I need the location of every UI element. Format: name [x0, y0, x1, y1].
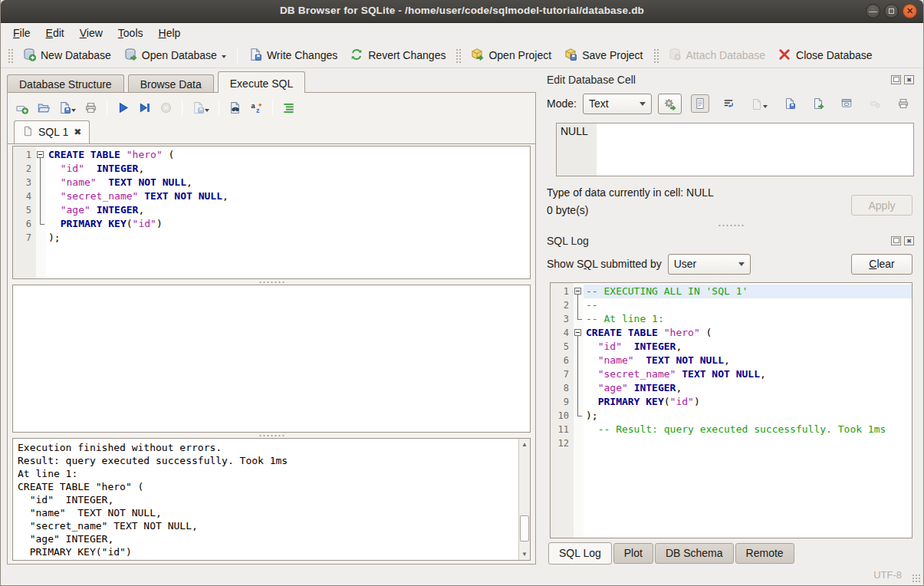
new-sql-tab-icon[interactable] — [15, 101, 28, 114]
sql-tab-bar: SQL 1 ✖ — [8, 120, 535, 144]
scrollbar-thumb[interactable] — [520, 515, 529, 542]
close-dock-icon[interactable] — [904, 75, 914, 84]
scroll-up-icon[interactable]: ▲ — [519, 440, 530, 449]
dropdown-caret-icon[interactable] — [205, 109, 209, 114]
tab-database-structure[interactable]: Database Structure — [7, 74, 124, 93]
scroll-down-icon[interactable]: ▼ — [519, 549, 530, 559]
save-project-button[interactable]: Save Project — [557, 44, 649, 67]
close-dock-icon[interactable] — [904, 236, 914, 245]
sql-tab[interactable]: SQL 1 ✖ — [14, 120, 90, 143]
message-scrollbar[interactable]: ▲ ▼ — [518, 439, 530, 560]
sql-document-icon — [22, 126, 33, 139]
title-bar[interactable]: DB Browser for SQLite - /home/user/code/… — [1, 0, 923, 23]
code-line: 2-- — [551, 298, 912, 312]
code-line: 12 — [551, 436, 912, 450]
code-text: CREATE TABLE "hero" ( — [584, 326, 912, 340]
cell-type-info: Type of data currently in cell: NULL — [547, 184, 714, 202]
bottom-tab-remote[interactable]: Remote — [735, 543, 794, 564]
dropdown-caret-icon[interactable] — [763, 105, 768, 110]
new-database-button[interactable]: New Database — [16, 44, 117, 67]
bottom-tab-plot[interactable]: Plot — [613, 543, 653, 564]
import-cell-data-icon[interactable] — [748, 94, 771, 114]
tab-browse-data[interactable]: Browse Data — [128, 74, 214, 93]
attach-database-button[interactable]: Attach Database — [662, 44, 772, 67]
open-database-button[interactable]: Open Database — [117, 44, 232, 67]
toolbar-grip[interactable] — [653, 48, 659, 63]
cell-log-splitter[interactable] — [547, 219, 914, 232]
fold-marker-icon[interactable] — [574, 285, 584, 298]
fold-marker-icon[interactable] — [574, 326, 584, 340]
revert-changes-button[interactable]: Revert Changes — [344, 44, 452, 67]
open-project-button[interactable]: Open Project — [464, 44, 557, 67]
open-in-external-icon[interactable] — [809, 94, 827, 113]
open-as-link-icon[interactable] — [837, 94, 856, 113]
status-bar: UTF-8 — [1, 565, 923, 585]
line-number: 4 — [551, 326, 574, 340]
dropdown-caret-icon[interactable] — [71, 109, 76, 114]
sql-log-pane[interactable]: 1-- EXECUTING ALL IN 'SQL 1'2--3-- At li… — [550, 282, 912, 538]
code-text: "age" INTEGER, — [584, 381, 912, 395]
set-null-icon[interactable] — [866, 94, 884, 113]
toolbar-separator — [182, 100, 182, 115]
execute-all-icon[interactable] — [117, 101, 130, 114]
gear-apply-icon — [663, 97, 676, 110]
line-number: 11 — [551, 423, 574, 436]
menu-edit[interactable]: Edit — [38, 25, 72, 41]
minimize-icon[interactable]: — — [866, 4, 880, 18]
cell-value-editor[interactable]: NULL — [556, 123, 914, 176]
stop-execution-icon[interactable] — [159, 101, 173, 114]
maximize-icon[interactable] — [884, 4, 899, 18]
close-icon[interactable]: ✕ — [903, 4, 917, 18]
main-tab-bar: Database StructureBrowse DataExecute SQL — [7, 71, 536, 93]
tab-execute-sql[interactable]: Execute SQL — [218, 71, 306, 93]
toolbar-button-label: Attach Database — [686, 49, 766, 61]
resize-grip[interactable] — [912, 574, 921, 583]
code-line: 11 -- Result: query executed successfull… — [551, 423, 912, 436]
replace-icon[interactable]: az — [250, 101, 263, 114]
line-number: 3 — [551, 312, 574, 326]
toolbar-button-label: New Database — [41, 49, 111, 61]
print-cell-icon[interactable] — [894, 94, 912, 113]
results-message-splitter[interactable] — [8, 433, 535, 438]
fold-margin — [574, 381, 584, 395]
execute-current-line-icon[interactable] — [138, 101, 151, 114]
export-cell-data-icon[interactable] — [781, 94, 799, 113]
clear-log-button[interactable]: Clear — [851, 254, 912, 275]
bottom-tab-db-schema[interactable]: DB Schema — [655, 543, 734, 564]
close-tab-icon[interactable]: ✖ — [74, 127, 81, 137]
print-icon[interactable] — [84, 101, 97, 114]
menu-file[interactable]: File — [5, 25, 38, 41]
toolbar-grip[interactable] — [455, 48, 461, 63]
mode-select[interactable]: Text — [583, 94, 652, 114]
menu-view[interactable]: View — [72, 25, 110, 41]
text-mode-icon[interactable] — [691, 94, 709, 113]
open-sql-file-icon[interactable] — [37, 101, 50, 114]
apply-format-button[interactable] — [658, 94, 682, 114]
svg-text:a: a — [252, 101, 256, 109]
format-sql-icon[interactable] — [282, 101, 295, 114]
write-changes-button[interactable]: Write Changes — [242, 44, 344, 67]
sql-log-dock-title: SQL Log — [547, 233, 914, 249]
execute-sql-panel: az SQL 1 ✖ 1CREATE TABLE "hero" (2 "id" … — [7, 92, 536, 565]
float-dock-icon[interactable] — [891, 236, 901, 245]
encoding-indicator[interactable]: UTF-8 — [873, 569, 902, 581]
fold-marker-icon[interactable] — [36, 148, 46, 162]
float-dock-icon[interactable] — [891, 75, 901, 84]
toolbar-grip[interactable] — [7, 48, 13, 63]
editor-results-splitter[interactable] — [8, 279, 535, 285]
save-results-icon[interactable] — [192, 100, 209, 114]
line-number: 8 — [551, 381, 574, 395]
fold-margin — [574, 312, 584, 326]
find-icon[interactable] — [229, 101, 242, 114]
sql-editor-toolbar: az — [8, 94, 535, 120]
dropdown-caret-icon[interactable] — [222, 55, 226, 61]
save-sql-file-icon[interactable] — [58, 100, 76, 114]
bottom-tab-sql-log[interactable]: SQL Log — [548, 542, 612, 565]
menu-help[interactable]: Help — [151, 25, 189, 41]
word-wrap-icon[interactable] — [719, 94, 738, 113]
log-filter-select[interactable]: User — [668, 254, 751, 275]
menu-tools[interactable]: Tools — [110, 25, 151, 41]
apply-button[interactable]: Apply — [851, 195, 912, 216]
close-database-button[interactable]: Close Database — [771, 44, 879, 67]
sql-editor[interactable]: 1CREATE TABLE "hero" (2 "id" INTEGER,3 "… — [12, 146, 531, 279]
